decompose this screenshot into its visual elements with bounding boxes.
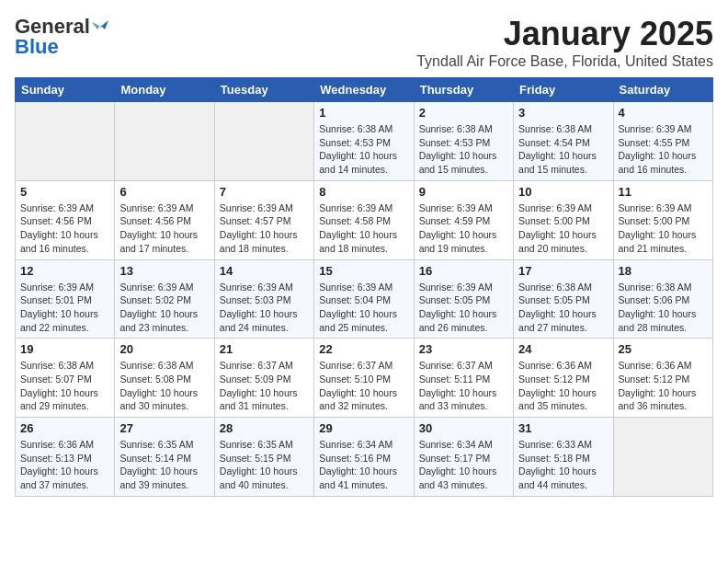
day-info: Sunrise: 6:37 AMSunset: 5:09 PMDaylight:… — [220, 359, 309, 413]
day-info: Sunrise: 6:39 AMSunset: 4:59 PMDaylight:… — [419, 201, 508, 256]
day-number: 27 — [119, 421, 209, 435]
col-wednesday: Wednesday — [314, 78, 414, 102]
day-info: Sunrise: 6:35 AMSunset: 5:14 PMDaylight:… — [119, 438, 209, 492]
table-row: 26Sunrise: 6:36 AMSunset: 5:13 PMDayligh… — [16, 418, 115, 497]
day-number: 5 — [20, 185, 109, 199]
day-number: 20 — [119, 342, 209, 356]
calendar-week-row: 19Sunrise: 6:38 AMSunset: 5:07 PMDayligh… — [16, 339, 713, 418]
table-row — [214, 102, 313, 181]
table-row: 8Sunrise: 6:39 AMSunset: 4:58 PMDaylight… — [314, 180, 414, 259]
day-info: Sunrise: 6:38 AMSunset: 5:06 PMDaylight:… — [619, 281, 708, 335]
table-row: 10Sunrise: 6:39 AMSunset: 5:00 PMDayligh… — [514, 180, 613, 259]
day-info: Sunrise: 6:39 AMSunset: 4:56 PMDaylight:… — [119, 201, 209, 256]
day-number: 14 — [220, 264, 309, 278]
day-info: Sunrise: 6:39 AMSunset: 5:03 PMDaylight:… — [220, 281, 309, 335]
table-row: 11Sunrise: 6:39 AMSunset: 5:00 PMDayligh… — [613, 180, 712, 259]
day-number: 24 — [518, 342, 608, 356]
table-row: 9Sunrise: 6:39 AMSunset: 4:59 PMDaylight… — [414, 180, 513, 259]
day-info: Sunrise: 6:39 AMSunset: 5:01 PMDaylight:… — [20, 281, 109, 335]
col-tuesday: Tuesday — [214, 78, 313, 102]
day-info: Sunrise: 6:34 AMSunset: 5:17 PMDaylight:… — [419, 438, 508, 492]
day-number: 2 — [419, 106, 508, 120]
day-number: 28 — [220, 421, 309, 435]
calendar-week-row: 12Sunrise: 6:39 AMSunset: 5:01 PMDayligh… — [16, 259, 713, 339]
table-row: 7Sunrise: 6:39 AMSunset: 4:57 PMDaylight… — [214, 180, 313, 259]
table-row: 5Sunrise: 6:39 AMSunset: 4:56 PMDaylight… — [16, 180, 115, 259]
day-info: Sunrise: 6:38 AMSunset: 5:08 PMDaylight:… — [119, 359, 209, 413]
day-number: 8 — [319, 185, 408, 199]
day-info: Sunrise: 6:36 AMSunset: 5:13 PMDaylight:… — [20, 438, 109, 492]
day-info: Sunrise: 6:39 AMSunset: 5:04 PMDaylight:… — [319, 281, 408, 335]
day-number: 7 — [220, 185, 309, 199]
day-number: 22 — [319, 342, 408, 356]
table-row: 12Sunrise: 6:39 AMSunset: 5:01 PMDayligh… — [16, 259, 115, 339]
day-number: 17 — [518, 264, 608, 278]
calendar-week-row: 26Sunrise: 6:36 AMSunset: 5:13 PMDayligh… — [16, 418, 713, 497]
calendar-table: Sunday Monday Tuesday Wednesday Thursday… — [15, 77, 713, 497]
day-number: 4 — [619, 106, 708, 120]
day-number: 19 — [20, 342, 109, 356]
table-row: 24Sunrise: 6:36 AMSunset: 5:12 PMDayligh… — [514, 339, 613, 418]
day-info: Sunrise: 6:38 AMSunset: 4:54 PMDaylight:… — [518, 122, 608, 177]
day-number: 18 — [619, 264, 708, 278]
table-row: 15Sunrise: 6:39 AMSunset: 5:04 PMDayligh… — [314, 259, 414, 339]
day-info: Sunrise: 6:39 AMSunset: 4:58 PMDaylight:… — [319, 201, 408, 256]
table-row: 14Sunrise: 6:39 AMSunset: 5:03 PMDayligh… — [214, 259, 313, 339]
table-row: 19Sunrise: 6:38 AMSunset: 5:07 PMDayligh… — [16, 339, 115, 418]
table-row: 18Sunrise: 6:38 AMSunset: 5:06 PMDayligh… — [613, 259, 712, 339]
day-number: 6 — [119, 185, 209, 199]
calendar-week-row: 5Sunrise: 6:39 AMSunset: 4:56 PMDaylight… — [16, 180, 713, 259]
table-row: 1Sunrise: 6:38 AMSunset: 4:53 PMDaylight… — [314, 102, 414, 181]
table-row: 25Sunrise: 6:36 AMSunset: 5:12 PMDayligh… — [613, 339, 712, 418]
day-info: Sunrise: 6:39 AMSunset: 4:57 PMDaylight:… — [220, 201, 309, 256]
col-monday: Monday — [115, 78, 214, 102]
logo-blue-text: Blue — [15, 35, 59, 59]
day-info: Sunrise: 6:35 AMSunset: 5:15 PMDaylight:… — [220, 438, 309, 492]
table-row: 17Sunrise: 6:38 AMSunset: 5:05 PMDayligh… — [514, 259, 613, 339]
table-row — [115, 102, 214, 181]
day-number: 25 — [619, 342, 708, 356]
svg-marker-1 — [92, 22, 99, 29]
calendar-week-row: 1Sunrise: 6:38 AMSunset: 4:53 PMDaylight… — [16, 102, 713, 181]
page-header: General Blue January 2025 Tyndall Air Fo… — [15, 15, 713, 70]
table-row: 2Sunrise: 6:38 AMSunset: 4:53 PMDaylight… — [414, 102, 513, 181]
page-title: January 2025 — [416, 15, 713, 53]
col-thursday: Thursday — [414, 78, 513, 102]
day-info: Sunrise: 6:39 AMSunset: 4:55 PMDaylight:… — [619, 122, 708, 177]
day-number: 30 — [419, 421, 508, 435]
table-row: 20Sunrise: 6:38 AMSunset: 5:08 PMDayligh… — [115, 339, 214, 418]
logo-bird-icon — [92, 17, 108, 33]
table-row: 3Sunrise: 6:38 AMSunset: 4:54 PMDaylight… — [514, 102, 613, 181]
logo: General Blue — [15, 15, 108, 59]
day-number: 21 — [220, 342, 309, 356]
day-number: 13 — [119, 264, 209, 278]
day-info: Sunrise: 6:39 AMSunset: 5:00 PMDaylight:… — [619, 201, 708, 256]
table-row: 30Sunrise: 6:34 AMSunset: 5:17 PMDayligh… — [414, 418, 513, 497]
table-row: 23Sunrise: 6:37 AMSunset: 5:11 PMDayligh… — [414, 339, 513, 418]
day-info: Sunrise: 6:36 AMSunset: 5:12 PMDaylight:… — [619, 359, 708, 413]
day-number: 15 — [319, 264, 408, 278]
table-row: 21Sunrise: 6:37 AMSunset: 5:09 PMDayligh… — [214, 339, 313, 418]
day-number: 26 — [20, 421, 109, 435]
day-info: Sunrise: 6:38 AMSunset: 5:05 PMDaylight:… — [518, 281, 608, 335]
col-saturday: Saturday — [613, 78, 712, 102]
day-info: Sunrise: 6:38 AMSunset: 4:53 PMDaylight:… — [319, 122, 408, 177]
day-number: 9 — [419, 185, 508, 199]
day-info: Sunrise: 6:37 AMSunset: 5:11 PMDaylight:… — [419, 359, 508, 413]
table-row: 16Sunrise: 6:39 AMSunset: 5:05 PMDayligh… — [414, 259, 513, 339]
day-info: Sunrise: 6:38 AMSunset: 5:07 PMDaylight:… — [20, 359, 109, 413]
day-info: Sunrise: 6:38 AMSunset: 4:53 PMDaylight:… — [419, 122, 508, 177]
day-number: 31 — [518, 421, 608, 435]
table-row: 29Sunrise: 6:34 AMSunset: 5:16 PMDayligh… — [314, 418, 414, 497]
col-friday: Friday — [514, 78, 613, 102]
day-number: 10 — [518, 185, 608, 199]
day-info: Sunrise: 6:37 AMSunset: 5:10 PMDaylight:… — [319, 359, 408, 413]
table-row — [613, 418, 712, 497]
table-row: 22Sunrise: 6:37 AMSunset: 5:10 PMDayligh… — [314, 339, 414, 418]
day-number: 16 — [419, 264, 508, 278]
calendar-header-row: Sunday Monday Tuesday Wednesday Thursday… — [16, 78, 713, 102]
day-number: 11 — [619, 185, 708, 199]
table-row: 4Sunrise: 6:39 AMSunset: 4:55 PMDaylight… — [613, 102, 712, 181]
day-number: 23 — [419, 342, 508, 356]
col-sunday: Sunday — [16, 78, 115, 102]
